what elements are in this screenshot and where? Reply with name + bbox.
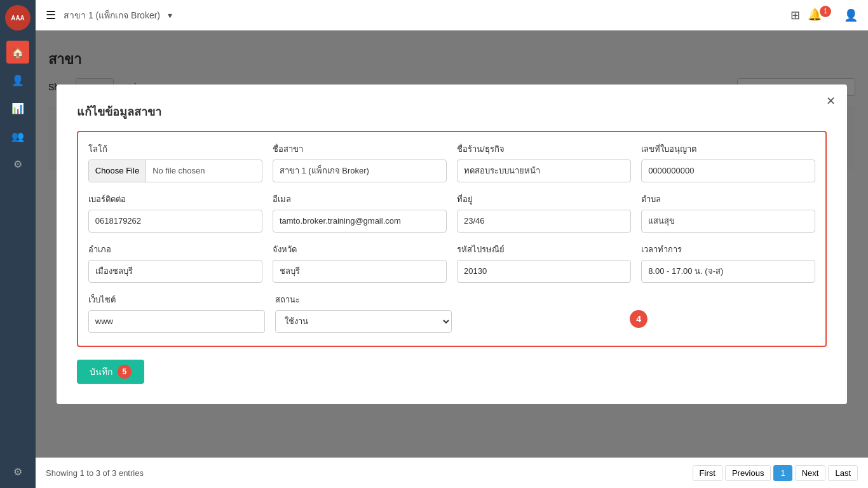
sidebar-icon-people[interactable]: 👥 [6, 125, 29, 147]
main-area: ☰ สาขา 1 (แพ็กเกจ Broker) ▾ ⊞ 🔔 1 👤 สาขา… [36, 0, 868, 488]
website-group: เว็บไซต์ [88, 293, 265, 333]
sidebar-icon-user[interactable]: 👤 [6, 69, 29, 92]
form-row-3: อำเภอ จังหวัด รหัสไปรษณีย์ [88, 243, 816, 283]
branch-name-label: ชื่อสาขา [273, 142, 447, 156]
file-no-chosen-text: No file chosen [146, 166, 262, 175]
phone-input[interactable] [88, 210, 262, 233]
website-label: เว็บไซต์ [88, 293, 265, 306]
working-hours-label: เวลาทำการ [641, 243, 815, 256]
email-input[interactable] [273, 210, 447, 233]
district-input[interactable] [88, 260, 262, 283]
sidebar-icon-settings2[interactable]: ⚙ [6, 460, 29, 483]
form-section: โลโก้ Choose File No file chosen ชื่อสาข… [77, 131, 827, 347]
shop-name-group: ชื่อร้าน/ธุรกิจ [457, 142, 631, 182]
topbar-right: ⊞ 🔔 1 👤 [790, 8, 858, 22]
phone-group: เบอร์ติดต่อ [88, 193, 262, 233]
sidebar-icon-settings[interactable]: ⚙ [6, 152, 29, 175]
postal-code-label: รหัสไปรษณีย์ [457, 243, 631, 256]
notification-icon[interactable]: 🔔 1 [808, 8, 836, 22]
working-hours-group: เวลาทำการ [641, 243, 815, 283]
status-select[interactable]: ใช้งาน ไม่ใช้งาน [275, 310, 452, 333]
status-group: สถานะ ใช้งาน ไม่ใช้งาน [275, 293, 452, 333]
branch-name-input[interactable] [273, 159, 447, 182]
license-number-group: เลขที่ใบอนุญาต [641, 142, 815, 182]
shop-name-input[interactable] [457, 159, 631, 182]
email-group: อีเมล [273, 193, 447, 233]
modal-title: แก้ไขข้อมูลสาขา [77, 102, 827, 121]
showing-text: Showing 1 to 3 of 3 entries [46, 468, 144, 478]
license-number-label: เลขที่ใบอนุญาต [641, 142, 815, 156]
district-label: อำเภอ [88, 243, 262, 256]
sidebar-icon-home[interactable]: 🏠 [6, 41, 29, 64]
website-input[interactable] [88, 310, 265, 333]
modal-close-button[interactable]: ✕ [822, 92, 839, 110]
email-label: อีเมล [273, 193, 447, 206]
user-icon[interactable]: 👤 [844, 8, 858, 22]
sidebar-icon-chart[interactable]: 📊 [6, 97, 29, 119]
save-button[interactable]: บันทึก 5 [77, 360, 144, 384]
step-badge-5: 5 [118, 365, 132, 379]
subdistrict-input[interactable] [641, 210, 815, 233]
province-group: จังหวัด [273, 243, 447, 283]
postal-code-input[interactable] [457, 260, 631, 283]
grid-icon[interactable]: ⊞ [790, 8, 800, 22]
form-row-4: เว็บไซต์ สถานะ ใช้งาน ไม่ใช้งาน [88, 293, 816, 333]
modal-overlay: ✕ แก้ไขข้อมูลสาขา โลโก้ Choose File [36, 30, 868, 458]
menu-icon[interactable]: ☰ [46, 8, 56, 22]
shop-name-label: ชื่อร้าน/ธุรกิจ [457, 142, 631, 156]
topbar: ☰ สาขา 1 (แพ็กเกจ Broker) ▾ ⊞ 🔔 1 👤 [36, 0, 868, 30]
step-badge-4: 4 [630, 310, 648, 328]
next-button[interactable]: Next [795, 465, 826, 481]
bottom-bar: Showing 1 to 3 of 3 entries First Previo… [36, 458, 868, 488]
first-button[interactable]: First [693, 465, 722, 481]
choose-file-button[interactable]: Choose File [89, 160, 146, 182]
file-input-wrapper[interactable]: Choose File No file chosen [88, 159, 262, 182]
province-input[interactable] [273, 260, 447, 283]
postal-code-group: รหัสไปรษณีย์ [457, 243, 631, 283]
dropdown-icon[interactable]: ▾ [168, 10, 172, 20]
branch-name-group: ชื่อสาขา [273, 142, 447, 182]
badge-4-container: 4 [462, 293, 815, 333]
page-1-button[interactable]: 1 [773, 465, 792, 481]
logo-group: โลโก้ Choose File No file chosen [88, 142, 262, 182]
address-group: ที่อยู่ [457, 193, 631, 233]
branch-label: สาขา 1 (แพ็กเกจ Broker) [64, 8, 160, 22]
status-label: สถานะ [275, 293, 452, 306]
subdistrict-label: ตำบล [641, 193, 815, 206]
sidebar: AAA 🏠 👤 📊 👥 ⚙ ⚙ [0, 0, 36, 488]
address-label: ที่อยู่ [457, 193, 631, 206]
notification-badge: 1 [820, 6, 831, 17]
address-input[interactable] [457, 210, 631, 233]
subdistrict-group: ตำบล [641, 193, 815, 233]
save-row: บันทึก 5 [77, 360, 827, 384]
form-row-1: โลโก้ Choose File No file chosen ชื่อสาข… [88, 142, 816, 182]
save-button-label: บันทึก [90, 365, 112, 379]
sidebar-logo: AAA [5, 5, 31, 30]
province-label: จังหวัด [273, 243, 447, 256]
working-hours-input[interactable] [641, 260, 815, 283]
phone-label: เบอร์ติดต่อ [88, 193, 262, 206]
form-row-2: เบอร์ติดต่อ อีเมล ที่อยู่ [88, 193, 816, 233]
modal: ✕ แก้ไขข้อมูลสาขา โลโก้ Choose File [57, 85, 848, 404]
license-number-input[interactable] [641, 159, 815, 182]
logo-label: โลโก้ [88, 142, 262, 156]
previous-button[interactable]: Previous [725, 465, 771, 481]
content-area: สาขา Show 10 entries ✕ แก้ไขข้อมูลสาข [36, 30, 868, 458]
pagination: First Previous 1 Next Last [693, 465, 858, 481]
last-button[interactable]: Last [828, 465, 858, 481]
district-group: อำเภอ [88, 243, 262, 283]
